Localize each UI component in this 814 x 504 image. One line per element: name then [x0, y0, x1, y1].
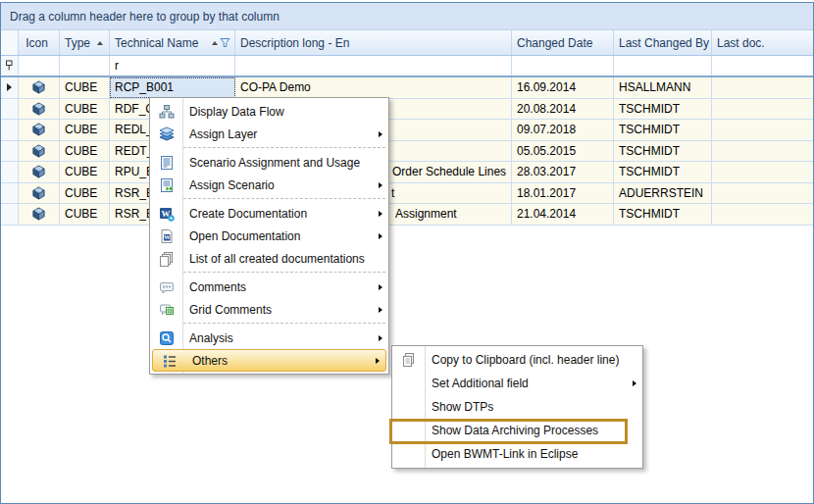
column-header-last-doc[interactable]: Last doc.	[712, 30, 813, 55]
last-changed-by-cell[interactable]: TSCHMIDT	[614, 162, 712, 182]
table-row[interactable]: CUBE RSR_B Assignment 21.04.2014 TSCHMID…	[1, 204, 813, 226]
changed-date-cell[interactable]: 16.09.2014	[512, 77, 614, 98]
table-row[interactable]: CUBE RSR_B t 18.01.2017 ADUERRSTEIN	[1, 183, 813, 205]
filter-cell-type[interactable]	[60, 56, 110, 76]
cube-icon	[31, 144, 46, 158]
last-changed-by-cell[interactable]: HSALLMANN	[614, 77, 712, 98]
submenu-arrow-icon	[379, 307, 382, 313]
filter-cell-last-doc[interactable]	[712, 56, 813, 76]
submenu-item-show-dtps[interactable]: Show DTPs	[392, 395, 642, 419]
filter-cell-changed-date[interactable]	[512, 56, 614, 76]
word-new-icon: W	[150, 206, 182, 222]
last-changed-by-cell[interactable]: TSCHMIDT	[614, 204, 712, 225]
column-header-changed-date[interactable]: Changed Date	[512, 30, 614, 55]
column-header-technical-name[interactable]: Technical Name	[110, 30, 235, 55]
submenu-item-open-bwmt-link[interactable]: Open BWMT-Link in Eclipse	[392, 442, 642, 466]
cube-icon-cell[interactable]	[19, 99, 60, 120]
type-cell[interactable]: CUBE	[60, 99, 110, 120]
menu-item-create-documentation[interactable]: W Create Documentation	[150, 202, 388, 225]
changed-date-cell[interactable]: 05.05.2015	[512, 141, 614, 162]
last-changed-by-cell[interactable]: ADUERRSTEIN	[614, 183, 712, 204]
type-cell[interactable]: CUBE	[60, 120, 110, 140]
row-indicator	[1, 183, 19, 204]
table-row[interactable]: CUBE RCP_B001 CO-PA Demo 16.09.2014 HSAL…	[1, 77, 813, 99]
menu-item-label: Display Data Flow	[182, 105, 284, 119]
application-window: Drag a column header here to group by th…	[0, 0, 814, 504]
submenu-item-copy-to-clipboard[interactable]: Copy to Clipboard (incl. header line)	[392, 348, 642, 372]
description-cell[interactable]: CO-PA Demo	[235, 77, 512, 98]
last-doc-cell[interactable]	[712, 183, 813, 204]
last-doc-cell[interactable]	[712, 120, 813, 140]
last-changed-by-cell[interactable]: TSCHMIDT	[614, 120, 712, 140]
cube-icon-cell[interactable]	[19, 204, 60, 225]
last-changed-by-cell[interactable]: TSCHMIDT	[614, 141, 712, 162]
last-doc-cell[interactable]	[712, 162, 813, 182]
changed-date-cell[interactable]: 18.01.2017	[512, 183, 614, 204]
last-doc-cell[interactable]	[712, 77, 813, 98]
column-header-icon[interactable]: Icon	[19, 30, 60, 55]
group-by-panel[interactable]: Drag a column header here to group by th…	[1, 3, 813, 30]
table-row[interactable]: CUBE RPU_B Order Schedule Lines 28.03.20…	[1, 162, 813, 183]
menu-item-grid-comments[interactable]: Grid Comments	[150, 298, 388, 321]
filter-cell-icon[interactable]	[19, 56, 60, 76]
table-row[interactable]: CUBE REDL_ 09.07.2018 TSCHMIDT	[1, 120, 813, 141]
filter-cell-technical-name[interactable]: r	[110, 56, 235, 76]
submenu-item-set-additional-field[interactable]: Set Additional field	[392, 372, 642, 395]
cube-icon-cell[interactable]	[19, 77, 60, 98]
cube-icon-cell[interactable]	[19, 183, 60, 204]
column-header-description[interactable]: Description long - En	[235, 30, 512, 55]
menu-item-analysis[interactable]: Analysis	[150, 327, 388, 349]
last-doc-cell[interactable]	[712, 204, 813, 225]
table-row[interactable]: CUBE RDF_C 20.08.2014 TSCHMIDT	[1, 99, 813, 121]
cube-icon-cell[interactable]	[19, 120, 60, 140]
submenu-arrow-icon	[379, 284, 382, 290]
changed-date-cell[interactable]: 21.04.2014	[512, 204, 614, 225]
menu-item-scenario-assignment[interactable]: Scenario Assignment and Usage	[150, 151, 388, 174]
menu-item-assign-layer[interactable]: Assign Layer	[150, 123, 388, 145]
last-doc-cell[interactable]	[712, 99, 813, 120]
description-text: CO-PA Demo	[240, 80, 311, 94]
cube-icon	[31, 123, 46, 136]
cube-icon-cell[interactable]	[19, 141, 60, 162]
submenu-arrow-icon	[379, 335, 382, 341]
group-by-hint-text: Drag a column header here to group by th…	[10, 10, 280, 24]
menu-item-label: List of all created documentations	[182, 252, 365, 266]
column-header-type[interactable]: Type	[60, 30, 110, 55]
column-header-last-changed-by[interactable]: Last Changed By	[614, 30, 712, 55]
menu-item-comments[interactable]: Comments	[150, 276, 388, 298]
changed-date-cell[interactable]: 20.08.2014	[512, 99, 614, 120]
technical-name-cell-selected[interactable]: RCP_B001	[110, 77, 235, 98]
filter-cell-last-changed-by[interactable]	[614, 56, 712, 76]
submenu-arrow-icon	[379, 211, 382, 217]
menu-item-label: Analysis	[182, 331, 233, 345]
menu-item-label: Create Documentation	[182, 207, 307, 221]
changed-date-cell[interactable]: 28.03.2017	[512, 162, 614, 182]
type-cell[interactable]: CUBE	[60, 141, 110, 162]
menu-item-label: Assign Layer	[182, 127, 257, 141]
copy-pages-icon	[392, 352, 425, 368]
menu-item-assign-scenario[interactable]: Assign Scenario	[150, 174, 388, 196]
context-menu: Display Data Flow Assign Layer Scenario …	[149, 97, 389, 375]
column-label: Type	[65, 36, 90, 50]
sort-ascending-icon	[212, 41, 218, 45]
changed-date-cell[interactable]: 09.07.2018	[512, 120, 614, 140]
cube-icon-cell[interactable]	[19, 162, 60, 182]
filter-funnel-icon[interactable]	[220, 37, 230, 48]
type-cell[interactable]: CUBE	[60, 77, 110, 98]
menu-item-label: Scenario Assignment and Usage	[182, 156, 360, 170]
type-cell[interactable]: CUBE	[60, 204, 110, 225]
type-cell[interactable]: CUBE	[60, 183, 110, 204]
last-changed-by-cell[interactable]: TSCHMIDT	[614, 99, 712, 120]
last-doc-cell[interactable]	[712, 141, 813, 162]
filter-cell-description[interactable]	[235, 56, 512, 76]
pages-stack-icon	[150, 251, 182, 267]
menu-item-others[interactable]: Others	[152, 349, 386, 372]
menu-item-display-data-flow[interactable]: Display Data Flow	[150, 100, 388, 123]
menu-item-open-documentation[interactable]: W Open Documentation	[150, 225, 388, 247]
table-row[interactable]: CUBE REDT_ 05.05.2015 TSCHMIDT	[1, 141, 813, 163]
submenu-arrow-icon	[379, 182, 382, 188]
type-cell[interactable]: CUBE	[60, 162, 110, 182]
menu-item-label: Show DTPs	[425, 400, 493, 414]
sort-ascending-icon	[97, 41, 103, 45]
menu-item-list-documentations[interactable]: List of all created documentations	[150, 247, 388, 270]
